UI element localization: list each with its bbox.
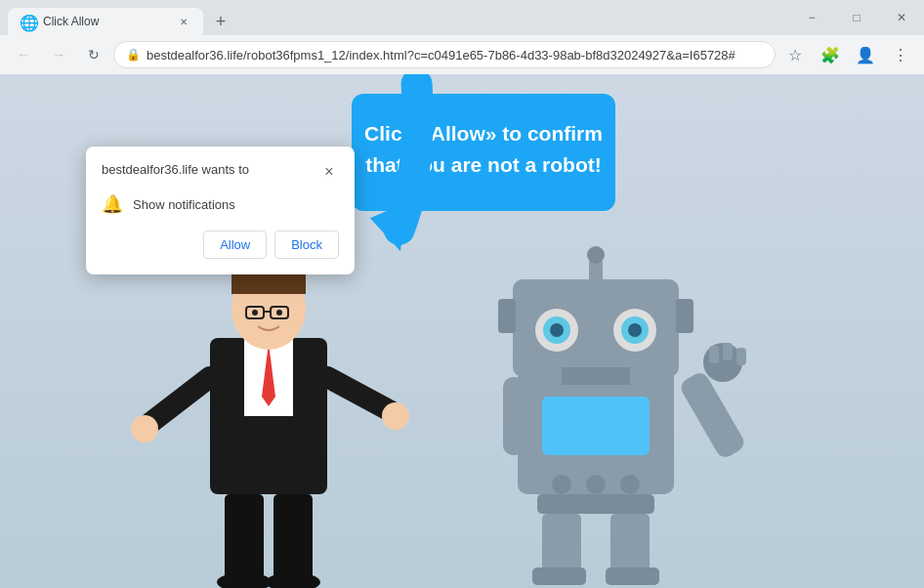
svg-rect-29 [532, 567, 586, 585]
address-bar[interactable]: 🔒 bestdealfor36.life/robot36fpms1_12/ind… [113, 41, 776, 68]
svg-point-14 [252, 310, 258, 315]
bell-icon: 🔔 [102, 193, 123, 215]
popup-site-text: bestdealfor36.life wants to [102, 162, 249, 177]
active-tab[interactable]: 🌐 Click Allow ✕ [8, 8, 203, 35]
notification-popup: bestdealfor36.life wants to × 🔔 Show not… [86, 147, 355, 274]
svg-rect-46 [723, 343, 733, 360]
tab-bar: 🌐 Click Allow ✕ + − □ ✕ [0, 0, 924, 35]
svg-rect-1 [352, 94, 615, 211]
block-button[interactable]: Block [274, 231, 339, 259]
popup-notification-row: 🔔 Show notifications [102, 193, 339, 215]
back-button[interactable]: ← [8, 39, 39, 70]
svg-rect-47 [736, 348, 746, 365]
url-text: bestdealfor36.life/robot36fpms1_12/index… [147, 48, 763, 63]
svg-rect-41 [498, 299, 516, 333]
svg-point-15 [276, 310, 282, 315]
svg-rect-20 [225, 494, 264, 582]
tab-title: Click Allow [43, 15, 168, 28]
popup-close-button[interactable]: × [319, 162, 339, 182]
svg-point-19 [382, 402, 409, 430]
svg-rect-42 [676, 299, 693, 333]
svg-rect-48 [503, 377, 525, 455]
notification-label: Show notifications [133, 197, 235, 212]
svg-rect-45 [709, 346, 719, 363]
tab-favicon: 🌐 [20, 14, 35, 29]
svg-point-38 [628, 323, 642, 337]
svg-point-40 [587, 246, 605, 264]
svg-rect-32 [562, 367, 630, 385]
svg-rect-25 [542, 397, 650, 455]
svg-point-51 [620, 475, 640, 494]
extensions-button[interactable]: 🧩 [815, 39, 846, 70]
reload-button[interactable]: ↻ [78, 39, 109, 70]
svg-rect-10 [231, 274, 306, 294]
close-button[interactable]: ✕ [879, 2, 924, 33]
forward-button[interactable]: → [43, 39, 74, 70]
svg-point-49 [552, 475, 571, 494]
popup-header: bestdealfor36.life wants to × [102, 162, 339, 182]
svg-point-35 [550, 323, 564, 337]
new-tab-button[interactable]: + [207, 8, 234, 35]
account-button[interactable]: 👤 [850, 39, 881, 70]
svg-rect-21 [273, 494, 313, 582]
bookmark-button[interactable]: ☆ [779, 39, 811, 70]
allow-button[interactable]: Allow [203, 231, 267, 259]
window-controls: − □ ✕ [789, 0, 924, 35]
chrome-window: 🌐 Click Allow ✕ + − □ ✕ ← → ↻ 🔒 bestdeal… [0, 0, 924, 588]
toolbar-right: ☆ 🧩 👤 ⋮ [779, 39, 916, 70]
svg-text:Click «Allow» to confirm: Click «Allow» to confirm [364, 122, 603, 145]
page-content: Click «Allow» to confirm that you are no… [0, 74, 924, 588]
lock-icon: 🔒 [126, 48, 141, 62]
svg-rect-30 [606, 567, 659, 585]
toolbar: ← → ↻ 🔒 bestdealfor36.life/robot36fpms1_… [0, 35, 924, 74]
svg-point-50 [586, 475, 606, 494]
popup-buttons: Allow Block [102, 231, 339, 259]
svg-rect-26 [537, 494, 654, 514]
svg-point-17 [131, 415, 158, 442]
tab-close-btn[interactable]: ✕ [176, 14, 191, 29]
minimize-button[interactable]: − [789, 2, 834, 33]
maximize-button[interactable]: □ [834, 2, 879, 33]
menu-button[interactable]: ⋮ [885, 39, 916, 70]
scene-background: Click «Allow» to confirm that you are no… [0, 74, 924, 588]
